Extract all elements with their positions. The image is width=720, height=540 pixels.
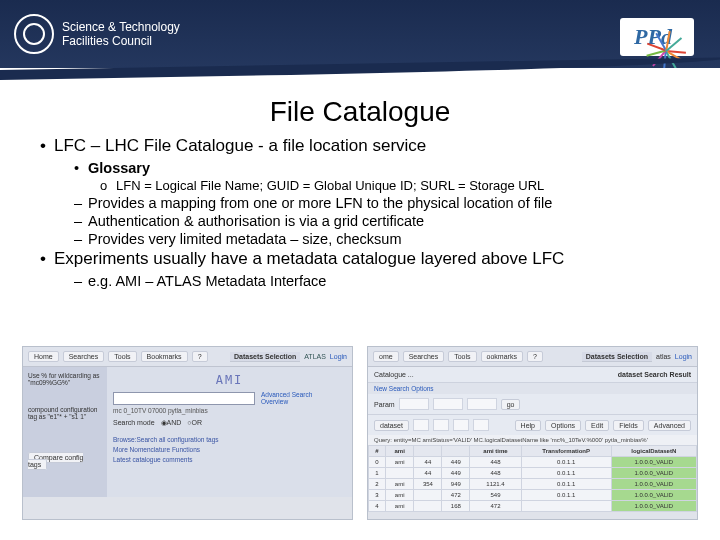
- bullet-1: •LFC – LHC File Catalogue - a file locat…: [40, 136, 698, 156]
- login-link-r[interactable]: Login: [675, 353, 692, 360]
- go-button[interactable]: go: [501, 399, 521, 410]
- slide-title: File Catalogue: [0, 96, 720, 128]
- nav-tools-r[interactable]: Tools: [448, 351, 476, 362]
- link-browse[interactable]: Browse:Search all configuration tags: [113, 435, 346, 445]
- search-input[interactable]: [113, 392, 255, 405]
- nav-searches[interactable]: Searches: [63, 351, 105, 362]
- table-header-row: # ami ami time TransformationP logicalDa…: [369, 446, 697, 457]
- options-btn[interactable]: Options: [545, 420, 581, 431]
- query-line: Query: entity=MC amiStatus='VALID' MC.lo…: [368, 435, 697, 445]
- ppd-logo: PPd: [620, 18, 694, 56]
- filter-cell-3[interactable]: [467, 398, 497, 410]
- results-table: # ami ami time TransformationP logicalDa…: [368, 445, 697, 512]
- login-link[interactable]: Login: [330, 353, 347, 360]
- atlas-label-r: atlas: [656, 353, 671, 360]
- nav-bookmarks[interactable]: Bookmarks: [141, 351, 188, 362]
- filter-cell-1[interactable]: [399, 398, 429, 410]
- ami-left-toolbar: Home Searches Tools Bookmarks ? Datasets…: [23, 347, 352, 367]
- ami-results-screenshot: ome Searches Tools ookmarks ? Datasets S…: [367, 346, 698, 520]
- ami-logo: AMI: [113, 373, 346, 387]
- link-comments[interactable]: Latest catalogue comments: [113, 455, 346, 465]
- nav-home-r[interactable]: ome: [373, 351, 399, 362]
- nav-help[interactable]: ?: [192, 351, 208, 362]
- nav-bookmarks-r[interactable]: ookmarks: [481, 351, 523, 362]
- nav-home[interactable]: Home: [28, 351, 59, 362]
- table-row: 2ami3549491121.40.0.1.11.0.0.0_VALID: [369, 479, 697, 490]
- nav-searches-r[interactable]: Searches: [403, 351, 445, 362]
- placeholder-text: mc 0_10TV 07000 pytla_minbias: [113, 407, 346, 414]
- atlas-label: ATLAS: [304, 353, 326, 360]
- table-row: 0ami444494480.0.1.11.0.0.0_VALID: [369, 457, 697, 468]
- bullet-2a: –e.g. AMI – ATLAS Metadata Interface: [74, 273, 698, 289]
- left-center: AMI Advanced Search Overview mc 0_10TV 0…: [107, 367, 352, 497]
- table-row: 1444494480.0.1.11.0.0.0_VALID: [369, 468, 697, 479]
- result-title: dataset Search Result: [618, 371, 691, 378]
- link-nomenclature[interactable]: More Nomenclature Functions: [113, 445, 346, 455]
- ami-right-toolbar: ome Searches Tools ookmarks ? Datasets S…: [368, 347, 697, 367]
- side-hint: Use % for wildcarding as "mc09%GG%": [28, 372, 102, 386]
- table-row: 4ami1684721.0.0.0_VALID: [369, 501, 697, 512]
- nav-help-r[interactable]: ?: [527, 351, 543, 362]
- compare-button[interactable]: Compare config tags: [28, 452, 83, 470]
- param-label: Param: [374, 401, 395, 408]
- org-line1: Science & Technology: [62, 20, 180, 34]
- side-hint2: compound configuration tag as "e1"* + "s…: [28, 406, 102, 420]
- fields-btn[interactable]: Fields: [613, 420, 644, 431]
- adv-search-link[interactable]: Advanced Search: [261, 391, 312, 398]
- help-btn[interactable]: Help: [515, 420, 541, 431]
- dataset-tab[interactable]: dataset: [374, 420, 409, 431]
- bullet-1b: –Provides a mapping from one or more LFN…: [74, 195, 698, 211]
- bullet-1d: –Provides very limited metadata – size, …: [74, 231, 698, 247]
- panel-title-r: Datasets Selection: [582, 352, 652, 362]
- bullet-1a: •Glossary: [74, 160, 698, 176]
- bullet-2: •Experiments usually have a metadata cat…: [40, 249, 698, 269]
- crumb: Catalogue ...: [374, 371, 414, 378]
- left-sidebar: Use % for wildcarding as "mc09%GG%" comp…: [23, 367, 107, 497]
- filter-bar: Param go: [368, 394, 697, 414]
- bullet-1a1: oLFN = Logical File Name; GUID = Global …: [100, 178, 698, 193]
- search-mode-row: Search mode ◉AND ○OR: [113, 419, 346, 427]
- bullet-1c: –Authentication & authorisation is via a…: [74, 213, 698, 229]
- panel-title: Datasets Selection: [230, 352, 300, 362]
- stfc-mark-icon: [14, 14, 54, 54]
- ami-search-screenshot: Home Searches Tools Bookmarks ? Datasets…: [22, 346, 353, 520]
- org-line2: Facilities Council: [62, 34, 180, 48]
- new-search-link[interactable]: New Search Options: [368, 383, 697, 394]
- stfc-logo: Science & Technology Facilities Council: [0, 14, 180, 54]
- advanced-btn[interactable]: Advanced: [648, 420, 691, 431]
- swoosh-divider: [0, 68, 720, 90]
- header-banner: Science & Technology Facilities Council …: [0, 0, 720, 68]
- nav-tools[interactable]: Tools: [108, 351, 136, 362]
- overview-link[interactable]: Overview: [261, 398, 312, 405]
- filter-cell-2[interactable]: [433, 398, 463, 410]
- table-row: 3ami4725490.0.1.11.0.0.0_VALID: [369, 490, 697, 501]
- content-area: •LFC – LHC File Catalogue - a file locat…: [0, 136, 720, 289]
- edit-btn[interactable]: Edit: [585, 420, 609, 431]
- screenshots-row: Home Searches Tools Bookmarks ? Datasets…: [22, 346, 698, 520]
